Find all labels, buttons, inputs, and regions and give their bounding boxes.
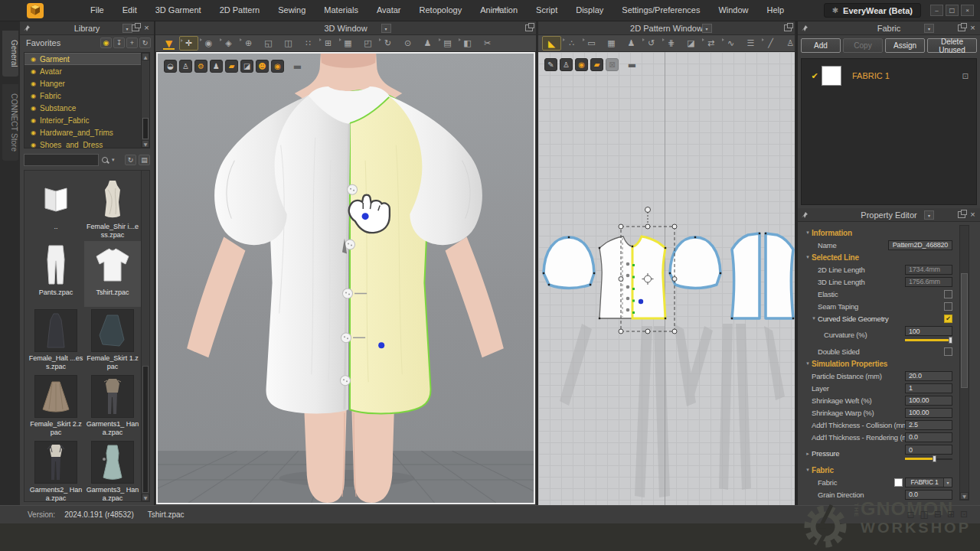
selection-point[interactable] <box>378 342 384 348</box>
favorite-item-avatar[interactable]: ◉Avatar <box>24 65 149 77</box>
show-head-icon[interactable]: ☻ <box>256 60 269 73</box>
list-item-female-halter-dress[interactable]: Female_Halt ...ess.zpac <box>28 307 84 373</box>
edit-pattern-icon[interactable]: ∴ <box>562 36 581 51</box>
add-fabric-button[interactable]: Add <box>801 38 841 53</box>
popout-icon[interactable] <box>132 24 139 31</box>
grain-direction-input[interactable]: 0.0 <box>905 490 952 500</box>
favorite-item-fabric[interactable]: ◉Fabric <box>24 90 149 102</box>
tab-general[interactable]: General <box>2 31 18 77</box>
show-avatar-2d-icon[interactable]: ♟ <box>622 36 641 51</box>
menu-settings-preferences[interactable]: Settings/Preferences <box>612 0 709 21</box>
list-item-garments1-hana[interactable]: Garments1_ Hana.zpac <box>84 373 141 439</box>
section-fabric[interactable]: ▾ Fabric <box>798 464 980 476</box>
pattern-image-icon[interactable]: ▦ <box>602 36 621 51</box>
menu-materials[interactable]: Materials <box>315 0 368 21</box>
close-panel-icon[interactable]: × <box>142 24 151 32</box>
reset-2d-icon[interactable]: ↺ <box>642 36 661 51</box>
avatar-display-icon[interactable]: ♟ <box>418 36 437 51</box>
favorite-item-substance[interactable]: ◉Substance <box>24 102 149 114</box>
name-input[interactable]: Pattern2D_468820 <box>888 240 952 250</box>
fabric-list-item[interactable]: ✔ FABRIC 1 ⊡ <box>802 62 976 90</box>
popout-icon[interactable] <box>958 24 965 31</box>
show-wedge-icon[interactable]: ◪ <box>240 60 253 73</box>
pattern-piece-right-sleeve[interactable] <box>670 237 720 289</box>
sync-icon[interactable]: ⇄ <box>701 36 720 51</box>
scissors-icon[interactable]: ✂ <box>478 36 497 51</box>
shrinkage-warp-input[interactable]: 100.00 <box>905 408 952 418</box>
pattern-piece-front-bodice[interactable] <box>599 236 665 318</box>
menu-help[interactable]: Help <box>758 0 794 21</box>
library-refresh-icon[interactable]: ↻ <box>125 155 136 165</box>
popout-icon[interactable] <box>784 24 792 31</box>
copy-fabric-button[interactable]: Copy <box>843 38 883 53</box>
texture-toggle-icon[interactable]: ◉ <box>575 58 588 71</box>
favorite-star-icon[interactable]: ◉ <box>100 37 112 48</box>
layer-input[interactable]: 1 <box>905 383 952 393</box>
delete-unused-button[interactable]: Delete Unused <box>927 38 977 53</box>
list-item-parent-folder[interactable]: .. <box>28 175 84 241</box>
record-icon[interactable]: ◫ <box>279 36 298 51</box>
close-button[interactable]: × <box>961 5 974 16</box>
rotate-avatar-icon[interactable]: ↻ <box>378 36 397 51</box>
popout-icon[interactable] <box>958 211 965 218</box>
fabric-select[interactable]: FABRIC 1▾ <box>894 478 952 487</box>
section-simulation-properties[interactable]: ▾ Simulation Properties <box>798 357 980 370</box>
2d-window-dropdown-icon[interactable]: ▾ <box>702 24 712 33</box>
view-mode-icon[interactable]: ▤ <box>139 155 150 165</box>
everywear-badge[interactable]: ✱ EveryWear (Beta) <box>824 3 921 18</box>
layout-quad-icon[interactable]: ⊞ <box>947 509 955 520</box>
scrollbar-thumb[interactable] <box>142 118 149 139</box>
elastic-checkbox[interactable] <box>944 290 952 298</box>
2d-viewport[interactable]: ✎ ♙ ◉ ▰ ⊠ ▬ <box>538 52 795 505</box>
close-panel-icon[interactable]: × <box>969 210 977 219</box>
pin-tool-icon[interactable]: ◈ <box>219 36 238 51</box>
transform-pattern-icon[interactable]: ◣ <box>542 36 561 51</box>
menu-3d-garment[interactable]: 3D Garment <box>146 0 211 21</box>
select-move-icon[interactable]: ✛ <box>179 36 198 51</box>
fabric-dropdown-icon[interactable]: ▾ <box>924 24 934 33</box>
curved-side-geometry-checkbox[interactable]: ✔ <box>944 315 952 323</box>
needle-icon[interactable]: ✎ <box>544 58 557 71</box>
seam-taping-checkbox[interactable] <box>944 302 952 311</box>
ruler-2d-icon[interactable]: ▬ <box>626 58 639 71</box>
expand-statusbar-icon[interactable]: ▲ <box>496 5 501 11</box>
tab-connect-store[interactable]: CONNECT Store <box>2 84 18 161</box>
menu-file[interactable]: File <box>81 0 113 21</box>
library-scrollbar[interactable]: ▼ <box>141 171 149 501</box>
fold-arrangement-icon[interactable]: ◱ <box>259 36 278 51</box>
search-input[interactable] <box>27 156 96 165</box>
grid-2d-icon[interactable]: ⋕ <box>662 36 681 51</box>
pattern-fill-icon[interactable]: ▰ <box>590 58 603 71</box>
menu-script[interactable]: Script <box>527 0 567 21</box>
favorites-scrollbar[interactable]: ▲ ▼ <box>141 53 149 148</box>
show-fabric-icon[interactable]: ▰ <box>225 60 238 73</box>
search-icon[interactable] <box>101 156 109 165</box>
pin-icon[interactable] <box>23 24 31 32</box>
list-item-garments3-hana[interactable]: Garments3_ Hana.zpac <box>84 439 141 504</box>
expand-icon[interactable]: ▸ <box>804 451 812 457</box>
popout-icon[interactable] <box>525 24 533 31</box>
list-item-female-skirt-2[interactable]: Female_Skirt 2.zpac <box>28 373 84 439</box>
fold-pattern-icon[interactable]: ◪ <box>681 36 701 51</box>
fabric-check-icon[interactable]: ✔ <box>808 71 822 81</box>
list-item-female-shirt-dress[interactable]: Female_Shir i...ess.zpac <box>84 175 141 241</box>
list-item-female-skirt-1[interactable]: Female_Skirt 1.zpac <box>84 307 141 373</box>
show-avatar-icon[interactable]: ♟ <box>210 60 223 73</box>
pleats-icon[interactable]: ☰ <box>741 36 760 51</box>
show-shirt-2d-icon[interactable]: ♙ <box>560 58 573 71</box>
menu-display[interactable]: Display <box>567 0 612 21</box>
section-icon[interactable]: ◧ <box>458 36 477 51</box>
property-dropdown-icon[interactable]: ▾ <box>924 210 934 220</box>
pressure-slider[interactable] <box>905 455 952 462</box>
double-sided-checkbox[interactable] <box>944 347 952 356</box>
library-search-field[interactable] <box>24 154 99 166</box>
garment-shirt[interactable] <box>214 86 482 413</box>
library-dropdown-icon[interactable]: ▾ <box>122 24 132 33</box>
grid-texture-icon[interactable]: ▦ <box>338 36 358 51</box>
curvature-slider[interactable] <box>905 337 952 344</box>
pattern-piece-back[interactable] <box>732 233 793 318</box>
refresh-icon[interactable]: ↻ <box>139 37 151 48</box>
curvature-input[interactable]: 100 <box>905 326 952 336</box>
list-item-tshirt[interactable]: Tshirt.zpac <box>84 241 141 307</box>
menu-sewing[interactable]: Sewing <box>269 0 315 21</box>
